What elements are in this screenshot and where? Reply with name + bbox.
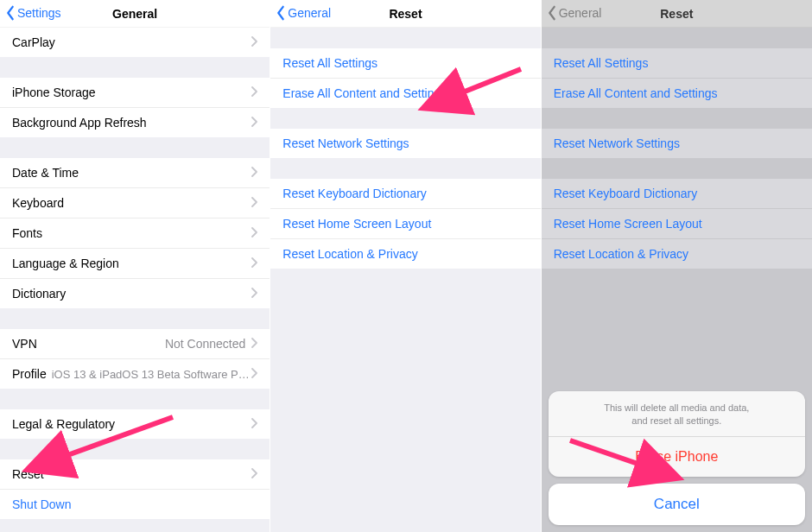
- nav-bar: General Reset: [542, 0, 812, 28]
- erase-iphone-button[interactable]: Erase iPhone: [549, 436, 805, 477]
- row-label: iPhone Storage: [12, 86, 96, 99]
- row-reset-network[interactable]: Reset Network Settings: [270, 129, 540, 158]
- row-carplay[interactable]: CarPlay: [0, 28, 270, 57]
- row-label: CarPlay: [12, 35, 55, 49]
- chevron-right-icon: [251, 196, 257, 210]
- row-erase-all-content[interactable]: Erase All Content and Settings: [270, 78, 540, 108]
- row-reset-home-screen: Reset Home Screen Layout: [542, 208, 812, 238]
- chevron-right-icon: [251, 86, 257, 99]
- chevron-right-icon: [251, 467, 257, 481]
- row-dictionary[interactable]: Dictionary: [0, 278, 270, 308]
- row-reset-all-settings: Reset All Settings: [542, 48, 812, 78]
- row-label: Dictionary: [12, 287, 66, 301]
- chevron-right-icon: [251, 35, 257, 49]
- nav-bar: General Reset: [270, 0, 540, 28]
- row-language-region[interactable]: Language & Region: [0, 248, 270, 278]
- row-label: Keyboard: [12, 196, 64, 210]
- row-erase-all-content: Erase All Content and Settings: [542, 78, 812, 108]
- action-sheet: This will delete all media and data, and…: [549, 391, 805, 525]
- row-label: Erase All Content and Settings: [554, 86, 718, 100]
- back-label: General: [559, 6, 602, 20]
- row-vpn[interactable]: VPN Not Connected: [0, 329, 270, 358]
- action-sheet-message: This will delete all media and data, and…: [549, 391, 805, 436]
- row-subtitle: iOS 13 & iPadOS 13 Beta Software Pr…: [52, 368, 251, 381]
- chevron-right-icon: [251, 367, 257, 381]
- chevron-right-icon: [251, 287, 257, 301]
- chevron-left-icon: [5, 5, 16, 21]
- row-label: Reset Location & Privacy: [282, 247, 417, 261]
- back-button: General: [547, 5, 602, 21]
- nav-bar: Settings General: [0, 0, 270, 28]
- chevron-left-icon: [276, 5, 286, 21]
- nav-title: Reset: [660, 7, 693, 21]
- screen-reset: General Reset Reset All Settings Erase A…: [270, 0, 541, 532]
- cancel-button[interactable]: Cancel: [549, 484, 805, 525]
- row-label: Reset Network Settings: [282, 136, 409, 150]
- row-reset-all-settings[interactable]: Reset All Settings: [270, 48, 540, 78]
- row-label: VPN: [12, 337, 37, 351]
- row-label: Background App Refresh: [12, 116, 147, 130]
- row-reset-location-privacy: Reset Location & Privacy: [542, 238, 812, 269]
- row-fonts[interactable]: Fonts: [0, 218, 270, 248]
- row-label: Reset Keyboard Dictionary: [282, 187, 427, 200]
- chevron-right-icon: [251, 226, 257, 240]
- row-label: Reset Home Screen Layout: [282, 217, 431, 231]
- back-label: General: [288, 6, 331, 20]
- chevron-right-icon: [251, 256, 257, 270]
- nav-title: Reset: [389, 7, 422, 21]
- row-label: Reset Location & Privacy: [554, 247, 688, 261]
- back-button[interactable]: General: [276, 5, 331, 21]
- chevron-right-icon: [251, 417, 257, 431]
- row-reset[interactable]: Reset: [0, 459, 270, 489]
- settings-list: CarPlay iPhone Storage Background App Re…: [0, 28, 270, 532]
- row-label: Erase All Content and Settings: [282, 86, 447, 100]
- row-label: Legal & Regulatory: [12, 417, 115, 431]
- row-label: Reset: [12, 467, 44, 481]
- back-label: Settings: [17, 6, 61, 20]
- row-reset-keyboard-dict: Reset Keyboard Dictionary: [542, 179, 812, 208]
- row-label: Reset Keyboard Dictionary: [554, 187, 698, 200]
- row-label: Language & Region: [12, 256, 119, 270]
- row-shut-down[interactable]: Shut Down: [0, 489, 270, 519]
- row-reset-home-screen[interactable]: Reset Home Screen Layout: [270, 208, 540, 238]
- row-label: Date & Time: [12, 166, 79, 180]
- screen-general: Settings General CarPlay iPhone Storage …: [0, 0, 270, 532]
- row-label: Reset All Settings: [554, 56, 649, 70]
- chevron-left-icon: [547, 5, 557, 21]
- back-button[interactable]: Settings: [5, 5, 61, 21]
- row-reset-keyboard-dict[interactable]: Reset Keyboard Dictionary: [270, 179, 540, 208]
- row-keyboard[interactable]: Keyboard: [0, 187, 270, 218]
- row-label: Reset All Settings: [282, 56, 377, 70]
- row-label: Shut Down: [12, 497, 71, 511]
- screen-reset-confirm: General Reset Reset All Settings Erase A…: [542, 0, 812, 532]
- row-iphone-storage[interactable]: iPhone Storage: [0, 78, 270, 107]
- row-reset-network: Reset Network Settings: [542, 129, 812, 158]
- row-background-app-refresh[interactable]: Background App Refresh: [0, 107, 270, 137]
- chevron-right-icon: [251, 337, 257, 351]
- row-value: Not Connected: [165, 337, 245, 351]
- row-date-time[interactable]: Date & Time: [0, 158, 270, 187]
- row-label: Reset Home Screen Layout: [554, 217, 702, 231]
- row-legal-regulatory[interactable]: Legal & Regulatory: [0, 409, 270, 439]
- row-label: Fonts: [12, 226, 42, 240]
- row-reset-location-privacy[interactable]: Reset Location & Privacy: [270, 238, 540, 269]
- reset-list: Reset All Settings Erase All Content and…: [270, 28, 540, 532]
- chevron-right-icon: [251, 116, 257, 130]
- row-label: Reset Network Settings: [554, 136, 680, 150]
- nav-title: General: [112, 7, 157, 21]
- chevron-right-icon: [251, 166, 257, 180]
- row-label: Profile: [12, 367, 47, 381]
- row-profile[interactable]: Profile iOS 13 & iPadOS 13 Beta Software…: [0, 358, 270, 389]
